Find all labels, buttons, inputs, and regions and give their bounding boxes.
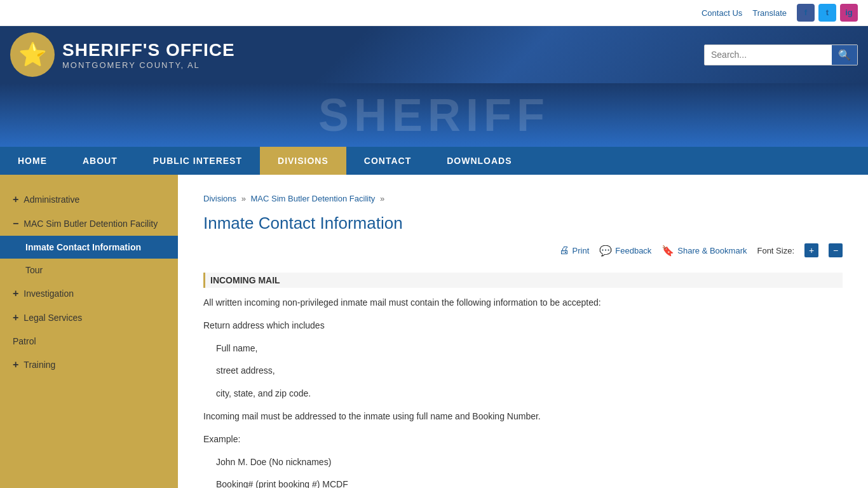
twitter-icon[interactable]: t: [818, 4, 836, 22]
sidebar-item-label: Tour: [25, 265, 43, 275]
instagram-icon[interactable]: ig: [840, 4, 858, 22]
expand-icon: +: [13, 194, 18, 205]
sidebar-item-label: MAC Sim Butler Detention Facility: [24, 219, 158, 229]
sidebar-item-investigation[interactable]: + Investigation: [0, 281, 178, 306]
site-title: SHERIFF'S OFFICE MONTGOMERY COUNTY, AL: [62, 40, 235, 70]
expand-icon: +: [13, 312, 18, 323]
nav-downloads[interactable]: DOWNLOADS: [429, 147, 529, 175]
content-area: Divisions » MAC Sim Butler Detention Fac…: [178, 175, 868, 488]
sidebar-item-mac[interactable]: − MAC Sim Butler Detention Facility: [0, 212, 178, 236]
sidebar-item-training[interactable]: + Training: [0, 353, 178, 377]
org-title: SHERIFF'S OFFICE: [62, 40, 235, 60]
main-nav: HOME ABOUT PUBLIC INTEREST DIVISIONS CON…: [0, 147, 868, 175]
address-label: Return address which includes: [203, 318, 843, 334]
breadcrumb-sep2: »: [380, 194, 384, 203]
sidebar-item-legal-services[interactable]: + Legal Services: [0, 306, 178, 330]
sidebar-item-label: Inmate Contact Information: [25, 242, 141, 252]
hero-banner: SHERIFF: [0, 83, 868, 147]
search-box: 🔍: [704, 44, 858, 65]
address-line2: street address,: [216, 363, 843, 379]
collapse-icon: −: [13, 218, 18, 229]
action-bar: 🖨 Print 💬 Feedback 🔖 Share & Bookmark Fo…: [203, 243, 843, 257]
search-input[interactable]: [705, 46, 832, 64]
main-container: + Administrative − MAC Sim Butler Detent…: [0, 175, 868, 488]
example-label: Example:: [203, 432, 843, 447]
sidebar-item-label: Legal Services: [24, 313, 82, 323]
expand-icon: +: [13, 359, 18, 370]
contact-us-link[interactable]: Contact Us: [702, 8, 742, 18]
breadcrumb-divisions[interactable]: Divisions: [203, 194, 236, 203]
feedback-label: Feedback: [615, 246, 651, 255]
nav-public-interest[interactable]: PUBLIC INTEREST: [135, 147, 260, 175]
sidebar: + Administrative − MAC Sim Butler Detent…: [0, 175, 178, 488]
example-line1: John M. Doe (No nicknames): [216, 455, 843, 470]
section-heading: INCOMING MAIL: [203, 273, 843, 288]
print-label: Print: [573, 246, 590, 255]
search-button[interactable]: 🔍: [832, 45, 857, 65]
sidebar-item-tour[interactable]: Tour: [0, 259, 178, 281]
address-line3: city, state, and zip code.: [216, 386, 843, 402]
sidebar-item-label: Training: [24, 360, 55, 370]
example-line2: Booking# (print booking #) MCDF: [216, 477, 843, 488]
org-subtitle: MONTGOMERY COUNTY, AL: [62, 60, 235, 70]
header-right: 🔍: [704, 44, 858, 65]
breadcrumb-sep1: »: [241, 194, 246, 203]
translate-link[interactable]: Translate: [752, 8, 787, 18]
feedback-button[interactable]: 💬 Feedback: [599, 245, 651, 257]
share-icon: 🔖: [661, 245, 674, 257]
feedback-icon: 💬: [599, 245, 612, 257]
hero-text: SHERIFF: [318, 89, 550, 141]
sidebar-item-administrative[interactable]: + Administrative: [0, 187, 178, 212]
sidebar-item-patrol[interactable]: Patrol: [0, 330, 178, 353]
nav-about[interactable]: ABOUT: [65, 147, 135, 175]
breadcrumb: Divisions » MAC Sim Butler Detention Fac…: [203, 194, 843, 203]
section-intro: All written incoming non-privileged inma…: [203, 295, 843, 311]
sidebar-item-label: Investigation: [24, 288, 74, 299]
nav-contact[interactable]: CONTACT: [346, 147, 429, 175]
social-icons: f t ig: [797, 4, 858, 22]
page-title: Inmate Contact Information: [203, 214, 843, 233]
print-icon: 🖨: [559, 245, 569, 256]
top-bar: Contact Us Translate f t ig: [0, 0, 868, 26]
site-header: ⭐ SHERIFF'S OFFICE MONTGOMERY COUNTY, AL…: [0, 26, 868, 83]
sidebar-item-label: Patrol: [13, 336, 36, 346]
font-size-decrease[interactable]: −: [829, 243, 843, 257]
font-size-increase[interactable]: +: [804, 243, 818, 257]
logo-star: ⭐: [18, 41, 47, 68]
sidebar-item-inmate-contact[interactable]: Inmate Contact Information: [0, 236, 178, 259]
nav-home[interactable]: HOME: [0, 147, 65, 175]
incoming-mail-section: INCOMING MAIL All written incoming non-p…: [203, 273, 843, 488]
booking-note: Incoming mail must be addressed to the i…: [203, 409, 843, 424]
address-line1: Full name,: [216, 341, 843, 356]
facebook-icon[interactable]: f: [797, 4, 815, 22]
breadcrumb-mac[interactable]: MAC Sim Butler Detention Facility: [251, 194, 376, 203]
share-button[interactable]: 🔖 Share & Bookmark: [661, 245, 747, 257]
nav-divisions[interactable]: DIVISIONS: [260, 147, 346, 175]
print-button[interactable]: 🖨 Print: [559, 245, 590, 256]
share-label: Share & Bookmark: [677, 246, 747, 255]
expand-icon: +: [13, 288, 18, 299]
header-left: ⭐ SHERIFF'S OFFICE MONTGOMERY COUNTY, AL: [10, 32, 235, 77]
logo: ⭐: [10, 32, 55, 77]
sidebar-item-label: Administrative: [24, 194, 79, 205]
font-size-label: Font Size:: [757, 246, 794, 255]
